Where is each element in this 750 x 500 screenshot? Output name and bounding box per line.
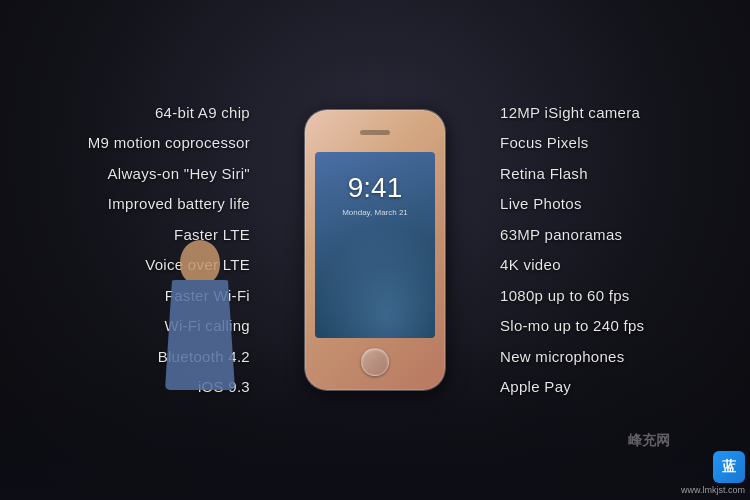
right-feature-livephotos: Live Photos <box>500 193 582 216</box>
left-feature-battery: Improved battery life <box>108 193 250 216</box>
main-content: 64-bit A9 chipM9 motion coprocessorAlway… <box>0 0 750 500</box>
left-feature-coprocessor: M9 motion coprocessor <box>88 132 250 155</box>
phone-speaker <box>360 130 390 135</box>
iphone-se: 9:41 Monday, March 21 <box>305 110 445 390</box>
screen-wallpaper <box>315 226 435 338</box>
right-feature-flash: Retina Flash <box>500 163 588 186</box>
watermark-chinese: 峰充网 <box>628 432 670 450</box>
right-feature-list: 12MP iSight cameraFocus PixelsRetina Fla… <box>500 102 720 399</box>
phone-screen: 9:41 Monday, March 21 <box>315 152 435 338</box>
right-feature-1080p: 1080p up to 60 fps <box>500 285 630 308</box>
right-feature-panorama: 63MP panoramas <box>500 224 622 247</box>
watermark-site2: www.lmkjst.com <box>681 485 745 495</box>
screen-date: Monday, March 21 <box>315 208 435 217</box>
home-button <box>361 348 389 376</box>
watermark-badge-text: 蓝 <box>722 458 736 476</box>
presenter-silhouette <box>150 240 250 440</box>
left-feature-siri: Always-on "Hey Siri" <box>107 163 250 186</box>
screen-time: 9:41 <box>315 172 435 204</box>
watermark-badge: 蓝 <box>713 451 745 483</box>
phone-display: 9:41 Monday, March 21 <box>265 110 485 390</box>
right-feature-camera: 12MP iSight camera <box>500 102 640 125</box>
right-feature-4k: 4K video <box>500 254 561 277</box>
right-feature-focus: Focus Pixels <box>500 132 589 155</box>
left-feature-chip: 64-bit A9 chip <box>155 102 250 125</box>
right-feature-slomo: Slo-mo up to 240 fps <box>500 315 644 338</box>
phone-body: 9:41 Monday, March 21 <box>305 110 445 390</box>
right-feature-applepay: Apple Pay <box>500 376 571 399</box>
presenter-body <box>165 280 235 390</box>
right-feature-microphones: New microphones <box>500 346 625 369</box>
watermark-area: 蓝 www.lmkjst.com <box>681 451 745 495</box>
